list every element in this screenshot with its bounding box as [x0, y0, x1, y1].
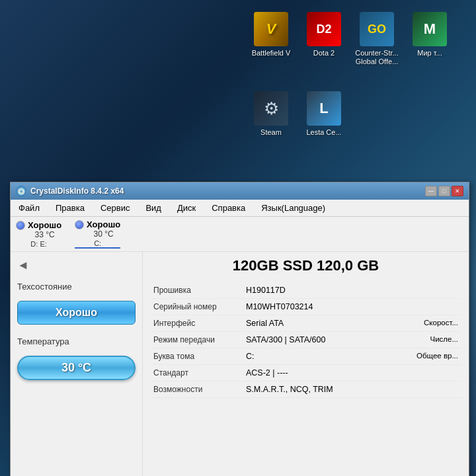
close-button[interactable]: ✕ [452, 186, 463, 196]
desktop-icon-lesta[interactable]: Lesta Ce... [298, 86, 350, 165]
menu-bar: Файл Правка Сервис Вид Диск Справка Язык… [11, 200, 469, 217]
desktop-icons-area: Battlefield V Dota 2 Counter-Str... Glob… [238, 0, 476, 198]
info-value-2: Serial ATA [243, 315, 387, 332]
desktop: Battlefield V Dota 2 Counter-Str... Glob… [0, 0, 476, 476]
temp-label: Температура [17, 337, 136, 346]
mir-label: Мир т... [417, 49, 442, 58]
menu-edit[interactable]: Правка [53, 202, 87, 214]
lesta-label: Lesta Ce... [306, 128, 341, 137]
crystal-disk-window: 💿 CrystalDiskInfo 8.4.2 x64 — □ ✕ Файл П… [10, 182, 469, 476]
steam-icon [254, 91, 288, 126]
battlefield-icon [254, 12, 288, 46]
minimize-button[interactable]: — [425, 186, 437, 196]
battlefield-label: Battlefield V [252, 49, 291, 58]
window-title: CrystalDiskInfo 8.4.2 x64 [30, 186, 421, 196]
info-row-0: Прошивка H190117D [151, 282, 461, 299]
drive-c-status-dot [75, 220, 84, 229]
drive-de-temp: 33 °C [34, 230, 54, 239]
window-controls: — □ ✕ [425, 186, 463, 196]
info-value-5: ACS-2 | ---- [243, 365, 387, 381]
info-row-4: Буква тома C: Общее вр... [151, 348, 461, 365]
desktop-icon-csgo[interactable]: Counter-Str... Global Offe... [350, 7, 403, 86]
drive-de-status-dot [16, 221, 25, 230]
csgo-icon [360, 12, 394, 46]
drive-tab-c[interactable]: Хорошо 30 °C C: [75, 219, 120, 249]
desktop-icon-steam[interactable]: Steam [245, 86, 298, 165]
desktop-icon-dota2[interactable]: Dota 2 [298, 7, 350, 86]
drive-c-temp: 30 °C [94, 229, 114, 239]
info-right-4: Общее вр... [387, 348, 461, 365]
drive-c-letters: C: [94, 239, 101, 247]
desktop-icon-battlefield[interactable]: Battlefield V [245, 7, 298, 86]
menu-language[interactable]: Язык(Language) [258, 202, 328, 214]
disk-info-table: Прошивка H190117D Серийный номер M10WHT0… [151, 282, 461, 398]
info-label-2: Интерфейс [151, 315, 243, 332]
desktop-icon-mir[interactable]: Мир т... [403, 7, 456, 86]
info-label-3: Режим передачи [151, 332, 243, 348]
info-right-3: Числе... [387, 332, 461, 348]
lesta-icon [307, 91, 341, 126]
drive-tabs: Хорошо 33 °C D: E: Хорошо 30 °C C: [11, 217, 469, 252]
menu-help[interactable]: Справка [209, 202, 248, 214]
info-label-0: Прошивка [151, 282, 243, 299]
window-app-icon: 💿 [16, 186, 26, 196]
info-row-5: Стандарт ACS-2 | ---- [151, 365, 461, 381]
info-label-1: Серийный номер [151, 299, 243, 315]
info-right-2: Скорост... [387, 315, 461, 332]
right-panel: 120GB SSD 120,0 GB Прошивка H190117D Сер… [143, 252, 469, 476]
info-value-3: SATA/300 | SATA/600 [243, 332, 387, 348]
info-row-1: Серийный номер M10WHT0703214 [151, 299, 461, 315]
info-label-5: Стандарт [151, 365, 243, 381]
maximize-button[interactable]: □ [438, 186, 450, 196]
drive-de-letters: D: E: [30, 240, 46, 248]
menu-disk[interactable]: Диск [175, 202, 198, 214]
status-good-box: Хорошо [17, 301, 136, 325]
info-row-6: Возможности S.M.A.R.T., NCQ, TRIM [151, 381, 461, 398]
menu-service[interactable]: Сервис [98, 202, 133, 214]
menu-view[interactable]: Вид [143, 202, 164, 214]
info-value-4: C: [243, 348, 387, 365]
csgo-label: Counter-Str... Global Offe... [354, 49, 400, 66]
drive-c-status: Хорошо [87, 219, 120, 229]
info-row-2: Интерфейс Serial ATA Скорост... [151, 315, 461, 332]
main-content: ◄ Техсостояние Хорошо Температура 30 °C … [11, 252, 469, 476]
info-value-1: M10WHT0703214 [243, 299, 387, 315]
dota2-label: Dota 2 [313, 49, 335, 58]
disk-title: 120GB SSD 120,0 GB [151, 257, 461, 274]
back-arrow-icon[interactable]: ◄ [17, 258, 136, 272]
drive-tab-de[interactable]: Хорошо 33 °C D: E: [16, 220, 61, 248]
menu-file[interactable]: Файл [16, 202, 42, 214]
steam-label: Steam [260, 128, 282, 137]
info-label-6: Возможности [151, 381, 243, 398]
info-value-0: H190117D [243, 282, 387, 299]
info-row-3: Режим передачи SATA/300 | SATA/600 Числе… [151, 332, 461, 348]
mir-icon [413, 12, 447, 46]
window-titlebar: 💿 CrystalDiskInfo 8.4.2 x64 — □ ✕ [11, 182, 469, 200]
tech-state-label: Техсостояние [17, 282, 136, 292]
dota2-icon [307, 12, 341, 46]
info-label-4: Буква тома [151, 348, 243, 365]
info-value-6: S.M.A.R.T., NCQ, TRIM [243, 381, 387, 398]
left-panel: ◄ Техсостояние Хорошо Температура 30 °C [11, 252, 143, 476]
drive-de-status: Хорошо [28, 220, 61, 230]
temperature-box: 30 °C [17, 356, 136, 380]
